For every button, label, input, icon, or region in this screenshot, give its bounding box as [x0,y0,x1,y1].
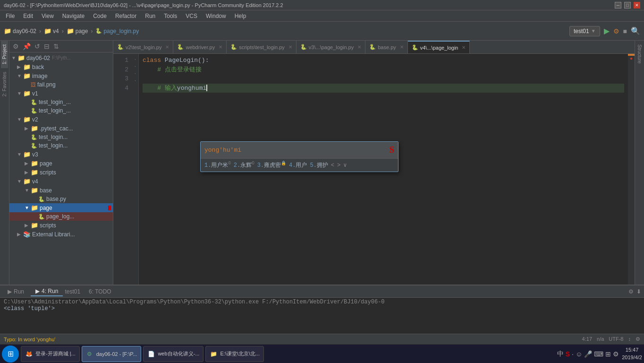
run-button[interactable]: ▶ [604,26,610,35]
settings-tray-icon: ⚙ [613,350,619,358]
status-right: 4:17 n/a UTF-8 ↕ ⚙ [582,336,635,342]
tree-item-page-folder[interactable]: ▼ 📁 page [9,203,113,212]
emoji-icon: ☺ [576,350,582,358]
folder-icon: 📁 [23,151,31,158]
tab-v4-page-login[interactable]: 🐍 v4\...\page_login ✕ [408,41,470,54]
tree-item-external-lib[interactable]: ▶ 📚 External Librari... [9,230,113,239]
taskbar-pdf[interactable]: 📄 web自动化讲义-... [143,346,203,362]
sogou-tray-icon[interactable]: S [566,350,570,358]
tree-item-back[interactable]: ▶ 📁 back [9,62,113,71]
tree-item-scripts-v3[interactable]: ▶ 📁 scripts [9,168,113,177]
tree-item-base-folder[interactable]: ▼ 📁 base [9,186,113,195]
ac-next-button[interactable]: > [337,161,340,170]
ac-item-1[interactable]: 1.用户米© [204,161,231,170]
tree-item-fail-png[interactable]: ▶ 🖼 fail.png [9,80,113,89]
ac-expand-button[interactable]: ∨ [343,161,347,170]
tab-close-button[interactable]: ✕ [288,44,292,50]
tab-close-button[interactable]: ✕ [219,44,222,50]
favorites-panel-label[interactable]: 2: Favorites [1,68,8,100]
tree-item-v4[interactable]: ▼ 📁 v4 [9,177,113,186]
minimize-button[interactable]: ─ [615,2,621,9]
py-file-icon: 🐍 [31,143,37,149]
sidebar-collapse-icon[interactable]: ⊟ [42,42,51,51]
menu-file[interactable]: File [2,12,18,20]
menu-view[interactable]: View [38,12,58,20]
tab-scripts-test-login[interactable]: 🐍 scripts\test_login.py ✕ [227,41,297,54]
taskbar-explorer[interactable]: 📁 E:\课堂\北京\北... [205,346,264,362]
taskbar-pycharm[interactable]: ⚙ day06-02 - [F:\P... [82,346,142,362]
debug-button[interactable]: ⚙ [613,27,619,35]
settings-icon[interactable]: ⚙ [628,288,634,295]
ac-item-2[interactable]: 2.永辉© [234,161,254,170]
close-button[interactable]: ✕ [634,2,640,9]
menu-navigate[interactable]: Navigate [59,12,88,20]
tree-item-test-login-1[interactable]: ▶ 🐍 test_login_... [9,98,113,106]
tree-item-v3[interactable]: ▼ 📁 v3 [9,150,113,159]
menu-tools[interactable]: Tools [160,12,181,20]
menu-refactor[interactable]: Refactor [111,12,140,20]
sogou-icon: S [390,144,394,156]
stop-button[interactable]: ■ [623,27,627,35]
collapse-arrow: ▼ [17,91,22,96]
tree-item-page-login[interactable]: ▶ 🐍 page_log... [9,212,113,221]
search-button[interactable]: 🔍 [631,26,640,35]
menu-vcs[interactable]: VCS [182,12,201,20]
breadcrumb-v4[interactable]: 📁 v4 [44,27,59,35]
tree-item-scripts-v4[interactable]: ▶ 📁 scripts [9,221,113,230]
folder-icon: 📁 [31,204,38,211]
taskbar-firefox[interactable]: 🦊 登录-开源商城 |... [21,346,80,362]
tree-item-v2[interactable]: ▼ 📁 v2 [9,115,113,124]
run-command-line: C:\Users\Administrator\AppData\Local\Pro… [113,299,635,305]
toolbar-right: test01 ▼ ▶ ⚙ ■ 🔍 [569,26,640,36]
collapse-arrow: ▼ [25,188,29,193]
expand-arrow: ▶ [25,223,29,228]
tab-base[interactable]: 🐍 base.py ✕ [365,41,408,54]
start-button[interactable]: ⊞ [2,346,19,363]
maximize-button[interactable]: □ [624,2,631,9]
project-panel-label[interactable]: 1: Project [1,41,8,68]
tree-label-v4: v4 [32,178,38,185]
breadcrumb-file[interactable]: 🐍 page_login.py [95,28,139,35]
tab-close-button[interactable]: ✕ [400,44,404,50]
py-file-icon: 🐍 [38,214,45,220]
menu-window[interactable]: Window [202,12,230,20]
tree-item-test-login-v2-2[interactable]: ▶ 🐍 test_login... [9,141,113,150]
tab-v2-test-login[interactable]: 🐍 v2\test_login.py ✕ [113,41,173,54]
tree-root[interactable]: ▼ 📁 day06-02 F:\Pyth... [9,53,113,62]
collapse-arrow: ▼ [17,179,22,184]
sidebar-pin-icon[interactable]: 📌 [21,42,32,51]
autocomplete-items[interactable]: 1.用户米© 2.永辉© 3.雍虎密🔒 4.用户 5.拥护 < > ∨ [201,159,398,172]
tab-icon: 🐍 [412,44,418,51]
tab-close-button[interactable]: ✕ [357,44,361,50]
run-output-line: <class 'tuple'> [113,305,635,312]
tab-close-button[interactable]: ✕ [462,45,466,50]
sidebar-sync-icon[interactable]: ↺ [33,42,42,51]
ac-item-5[interactable]: 5.拥护 [310,161,328,170]
tree-item-v1[interactable]: ▼ 📁 v1 [9,89,113,98]
menu-run[interactable]: Run [141,12,159,20]
breadcrumb-page[interactable]: 📁 page [67,27,88,35]
tab-v3-page-login[interactable]: 🐍 v3\...\page_login.py ✕ [297,41,365,54]
menu-edit[interactable]: Edit [19,12,37,20]
sidebar-gear-icon[interactable]: ⚙ [11,42,20,51]
tab-close-button[interactable]: ✕ [165,44,169,50]
sidebar-sort-icon[interactable]: ⇅ [52,42,60,51]
menu-help[interactable]: Help [231,12,250,20]
ac-prev-button[interactable]: < [331,161,334,170]
tab-webdriver[interactable]: 🐍 webdriver.py ✕ [173,41,227,54]
tree-item-test-login-2[interactable]: ▶ 🐍 test_login_... [9,106,113,115]
tree-item-image[interactable]: ▼ 📁 image [9,71,113,80]
structure-panel-label[interactable]: Structure [636,41,643,68]
tab-todo[interactable]: 6: TODO [113,287,116,296]
tree-item-base-py[interactable]: ▶ 🐍 base.py [9,195,113,203]
tree-item-pytest-cac[interactable]: ▶ 📁 .pytest_cac... [9,124,113,133]
ime-icon[interactable]: 中 [557,350,564,358]
run-configuration[interactable]: test01 ▼ [569,26,600,36]
tree-item-test-login-v2-1[interactable]: ▶ 🐍 test_login... [9,133,113,141]
ac-item-4[interactable]: 4.用户 [289,161,307,170]
collapse-arrow: ▼ [17,73,22,78]
breadcrumb-root[interactable]: 📁 day06-02 [4,27,36,35]
menu-code[interactable]: Code [89,12,110,20]
ac-item-3[interactable]: 3.雍虎密🔒 [257,161,286,170]
tree-item-page-v3[interactable]: ▶ 📁 page [9,159,113,168]
